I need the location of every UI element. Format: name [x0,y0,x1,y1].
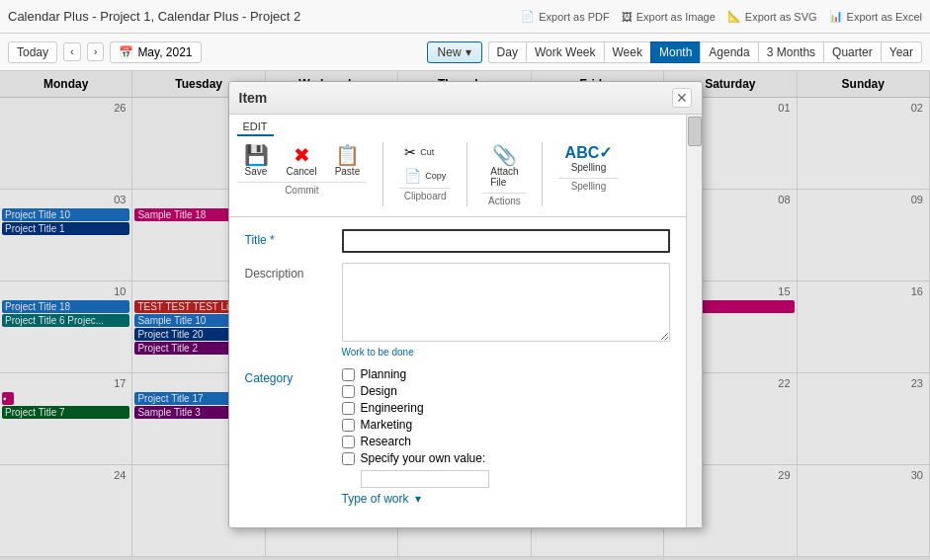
spelling-label: Spelling [571,162,607,173]
calendar-icon: 📅 [119,45,133,59]
design-checkbox[interactable] [342,385,355,398]
spelling-label-group: Spelling [558,178,620,192]
description-field: Work to be done [342,263,670,358]
category-research[interactable]: Research [342,435,670,448]
modal-body: EDIT 💾 Save [229,115,702,527]
view-year[interactable]: Year [881,41,922,63]
category-marketing[interactable]: Marketing [342,418,670,432]
modal-overlay: Item ✕ EDIT [0,71,930,560]
spelling-icon: ABC✓ [565,145,613,161]
save-label: Save [245,166,268,177]
research-checkbox[interactable] [342,436,355,448]
ribbon-group-clipboard: ✂ Cut 📄 Copy Clipboard [399,142,451,206]
top-bar: Calendar Plus - Project 1, Calendar Plus… [0,0,930,34]
app: Calendar Plus - Project 1, Calendar Plus… [0,0,930,560]
category-custom[interactable]: Specify your own value: [342,451,670,465]
view-month[interactable]: Month [650,41,700,63]
ribbon-tab-edit[interactable]: EDIT [237,119,274,136]
paste-label: Paste [335,166,361,177]
paste-icon: 📋 [335,145,360,165]
custom-value-input[interactable] [361,470,489,488]
type-dropdown-icon: ▾ [415,492,421,506]
category-engineering[interactable]: Engineering [342,401,670,415]
commit-label: Commit [237,182,368,196]
clipboard-label: Clipboard [399,188,451,201]
date-picker[interactable]: 📅 May, 2021 [110,41,201,63]
copy-icon: 📄 [404,169,421,183]
description-hint: Work to be done [342,347,670,358]
type-row: Type of work ▾ [342,492,670,506]
view-selector: Day Work Week Week Month Agenda 3 Months… [488,41,922,63]
paste-button[interactable]: 📋 Paste [328,142,368,180]
custom-checkbox[interactable] [342,452,355,465]
description-row: Description Work to be done [245,263,670,358]
modal-content: EDIT 💾 Save [229,115,686,527]
export-image[interactable]: 🖼 Export as Image [622,10,716,23]
app-title: Calendar Plus - Project 1, Calendar Plus… [8,9,300,24]
scrollbar-thumb[interactable] [688,117,702,146]
actions-label: Actions [483,193,525,206]
modal-header: Item ✕ [229,82,702,115]
copy-button[interactable]: 📄 Copy [399,166,451,186]
category-field: Planning Design Engineerin [342,367,670,506]
prev-button[interactable]: ‹ [63,42,81,61]
ribbon: EDIT 💾 Save [229,115,686,217]
planning-checkbox[interactable] [342,368,355,381]
category-planning[interactable]: Planning [342,367,670,381]
svg-icon: 📐 [727,10,741,23]
export-excel[interactable]: 📊 Export as Excel [829,10,922,23]
description-label: Description [245,263,334,280]
view-agenda[interactable]: Agenda [700,41,757,63]
marketing-checkbox[interactable] [342,419,355,432]
cut-label: Cut [420,147,434,157]
marketing-label: Marketing [361,418,413,432]
view-workweek[interactable]: Work Week [526,41,604,63]
next-button[interactable]: › [87,42,105,61]
attach-file-button[interactable]: 📎 AttachFile [483,142,525,191]
title-label: Title * [245,229,334,247]
category-design[interactable]: Design [342,384,670,398]
scrollbar-track [687,115,702,527]
save-button[interactable]: 💾 Save [237,142,276,180]
attach-icon: 📎 [492,145,517,165]
spelling-button[interactable]: ABC✓ Spelling [558,142,620,176]
pdf-icon: 📄 [521,10,535,23]
today-button[interactable]: Today [8,41,57,63]
engineering-label: Engineering [361,401,424,415]
nav-bar: Today ‹ › 📅 May, 2021 New ▾ Day Work Wee… [0,34,930,71]
type-label: Type of work [342,492,409,506]
view-day[interactable]: Day [488,41,526,63]
export-pdf[interactable]: 📄 Export as PDF [521,10,610,23]
cancel-icon: ✖ [294,145,310,165]
cancel-button[interactable]: ✖ Cancel [280,142,324,180]
export-svg[interactable]: 📐 Export as SVG [727,10,817,23]
new-button[interactable]: New ▾ [427,41,482,63]
cut-button[interactable]: ✂ Cut [399,142,439,162]
planning-label: Planning [361,367,407,381]
cut-icon: ✂ [404,145,416,159]
modal-title: Item [239,90,268,106]
category-list: Planning Design Engineerin [342,367,670,488]
title-input[interactable] [342,229,670,253]
custom-label: Specify your own value: [361,451,486,465]
view-week[interactable]: Week [604,41,650,63]
modal-close-button[interactable]: ✕ [672,88,692,108]
engineering-checkbox[interactable] [342,402,355,415]
view-quarter[interactable]: Quarter [823,41,881,63]
copy-label: Copy [425,171,446,181]
calendar-area: Monday Tuesday Wednesday Thursday Friday… [0,71,930,560]
new-label: New [438,45,462,59]
description-input[interactable] [342,263,670,342]
research-label: Research [361,435,411,448]
title-field [342,229,670,253]
view-3months[interactable]: 3 Months [758,41,823,63]
ribbon-group-actions: 📎 AttachFile Actions [483,142,525,206]
item-modal: Item ✕ EDIT [228,81,703,528]
current-date: May, 2021 [137,45,192,59]
design-label: Design [361,384,397,398]
new-dropdown-icon: ▾ [465,45,471,59]
form-body: Title * Description Work to be [229,217,686,527]
excel-icon: 📊 [829,10,843,23]
title-row: Title * [245,229,670,253]
divider-3 [542,142,543,206]
